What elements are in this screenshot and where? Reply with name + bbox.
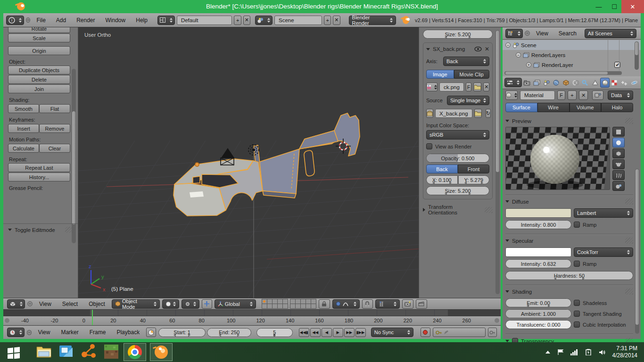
diffuse-shader-select[interactable]: Lambert <box>574 208 633 218</box>
tab-world[interactable] <box>552 78 561 88</box>
preview-monkey-button[interactable] <box>612 159 625 169</box>
tab-constraints[interactable] <box>571 78 580 88</box>
unpack-button[interactable] <box>426 109 433 118</box>
action-center-flag-icon[interactable] <box>557 349 564 355</box>
n-panel-scrollbar[interactable] <box>495 30 500 294</box>
ruler-scroller-right[interactable] <box>495 318 499 323</box>
outliner-menu-search[interactable]: Search <box>554 30 581 37</box>
editor-type-3dview-button[interactable] <box>7 299 25 309</box>
fake-user-button[interactable]: F <box>466 82 472 91</box>
image-filepath[interactable]: X_back.png <box>435 109 472 118</box>
diffuse-color-swatch[interactable] <box>505 208 571 218</box>
next-keyframe-button[interactable]: ▶▶ <box>344 328 355 337</box>
proportional-edit-select[interactable] <box>332 299 360 309</box>
layers-grid-2[interactable] <box>290 299 316 309</box>
sync-mode-select[interactable]: No Sync <box>371 328 413 337</box>
tab-scene[interactable] <box>542 78 551 88</box>
preview-panel-header[interactable]: Preview <box>505 118 633 124</box>
material-link-select[interactable]: Data <box>608 90 633 100</box>
taskbar-clock[interactable]: 7:31 PM 4/28/2014 <box>612 345 637 359</box>
add-scene-button[interactable]: + <box>324 16 331 25</box>
delete-layout-button[interactable]: ✕ <box>243 16 250 25</box>
specular-shader-select[interactable]: CookTorr <box>574 247 633 257</box>
front-tab[interactable]: Front <box>458 165 489 173</box>
viewport-canvas[interactable]: z y x <box>78 27 419 298</box>
mode-select[interactable]: Object Mode <box>112 299 160 309</box>
jump-to-end-button[interactable]: ▮▶▶ <box>355 328 366 337</box>
tab-render[interactable] <box>522 78 532 88</box>
shading-panel-header[interactable]: Shading <box>505 288 633 295</box>
panel-resize-grip[interactable] <box>485 207 493 213</box>
collapse-icon[interactable]: − <box>505 42 511 48</box>
browse-file-button[interactable] <box>474 109 482 118</box>
specular-color-swatch[interactable] <box>505 247 571 257</box>
reload-image-button[interactable]: ↻ <box>486 109 491 118</box>
tab-texture[interactable] <box>610 78 619 88</box>
menu-file[interactable]: File <box>32 17 50 24</box>
transform-orientation-select[interactable]: Global <box>215 299 256 309</box>
colorspace-select[interactable]: sRGB <box>426 130 489 140</box>
open-image-button[interactable] <box>473 82 481 91</box>
remove-keyframe-button[interactable]: Remove <box>39 124 70 133</box>
translucency-field[interactable]: Translucenc: 0.000 <box>505 320 571 329</box>
hardness-slider[interactable]: Hardness: 50 <box>505 271 633 280</box>
opacity-slider[interactable]: Opacity: 0.500 <box>426 154 489 163</box>
viewport-3d[interactable]: z y x User Ortho (5) Plane <box>78 27 419 298</box>
scene-icon-button[interactable] <box>255 16 272 25</box>
insert-keyframe-button-tl[interactable] <box>488 328 497 337</box>
use-preview-range-toggle[interactable] <box>146 328 156 337</box>
specular-intensity-slider[interactable]: Intensity: 0.632 <box>505 259 571 268</box>
tangent-shading-row[interactable]: Tangent Shading <box>574 311 633 317</box>
play-reverse-button[interactable]: ◀ <box>322 328 332 337</box>
opengl-render-button[interactable] <box>402 299 413 309</box>
network-signal-icon[interactable] <box>570 349 578 355</box>
tangent-shading-checkbox[interactable] <box>574 311 580 317</box>
tab-physics[interactable] <box>629 78 639 88</box>
end-frame-field[interactable]: End: 250 <box>207 328 251 337</box>
diffuse-ramp-row[interactable]: Ramp <box>574 222 633 228</box>
material-nodes-button[interactable] <box>592 90 603 100</box>
object-menu[interactable]: Object <box>84 301 109 307</box>
eye-icon[interactable] <box>474 47 482 51</box>
photos-app-icon[interactable] <box>58 344 74 360</box>
preview-world-sphere-button[interactable] <box>612 181 625 191</box>
file-explorer-icon[interactable] <box>36 344 52 360</box>
history-button[interactable]: History... <box>8 173 70 181</box>
tab-modifiers[interactable] <box>581 78 590 88</box>
header-collapse-button[interactable]: − <box>27 330 32 335</box>
expand-icon[interactable]: + <box>526 62 531 67</box>
play-button[interactable]: ▶ <box>333 328 343 337</box>
calculate-paths-button[interactable]: Calculate <box>8 144 39 153</box>
minecraft-icon[interactable] <box>104 344 120 360</box>
join-button[interactable]: Join <box>8 84 70 93</box>
duplicate-objects-button[interactable]: Duplicate Objects <box>8 66 70 74</box>
timeline-menu-playback[interactable]: Playback <box>112 329 144 336</box>
outliner-menu-view[interactable]: View <box>532 30 553 37</box>
unlink-image-button[interactable]: ✕ <box>483 82 489 91</box>
maximize-button[interactable]: ☐ <box>607 0 621 13</box>
image-datablock-icon-button[interactable] <box>426 82 438 91</box>
material-fake-user-button[interactable]: F <box>557 90 565 100</box>
material-browse-button[interactable] <box>505 90 518 100</box>
clear-paths-button[interactable]: Clear <box>39 144 70 153</box>
offset-x-field[interactable]: X: 0.100 <box>426 175 458 184</box>
offset-y-field[interactable]: Y: 5.279 <box>458 175 490 184</box>
insert-keyframe-button[interactable]: Insert <box>8 124 39 133</box>
view-as-render-row[interactable]: View as Render <box>426 143 489 149</box>
back-tab[interactable]: Back <box>426 165 458 173</box>
opengl-render-anim-button[interactable] <box>416 299 427 309</box>
diffuse-panel-header[interactable]: Diffuse <box>505 198 633 205</box>
diffuse-ramp-checkbox[interactable] <box>574 222 580 228</box>
shadeless-row[interactable]: Shadeless <box>574 300 633 306</box>
flat-button[interactable]: Flat <box>39 104 70 113</box>
snap-toggle[interactable] <box>362 299 373 309</box>
header-collapse-button[interactable]: − <box>525 31 530 36</box>
manipulator-toggle[interactable] <box>202 299 212 309</box>
specular-panel-header[interactable]: Specular <box>505 238 633 244</box>
viewport-shading-select[interactable] <box>162 299 179 309</box>
tab-surface[interactable]: Surface <box>505 103 537 112</box>
share-app-icon[interactable] <box>81 344 97 360</box>
editor-type-info-button[interactable]: i <box>6 16 24 25</box>
emit-slider[interactable]: Emit: 0.00 <box>505 298 571 307</box>
tab-material[interactable] <box>600 78 610 88</box>
